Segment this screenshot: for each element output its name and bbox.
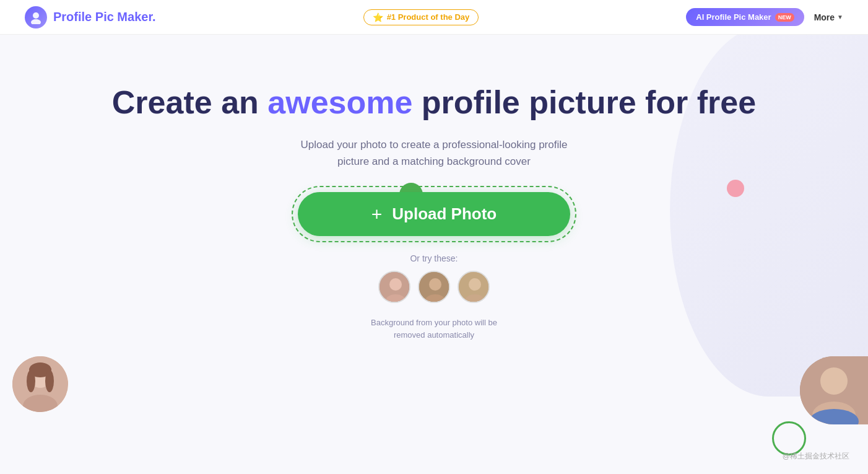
svg-point-6 — [429, 278, 441, 291]
main-content: Create an awesome profile picture for fr… — [0, 35, 868, 341]
sample-avatar-2[interactable] — [418, 271, 450, 303]
svg-point-15 — [27, 370, 35, 392]
svg-point-3 — [389, 278, 402, 291]
upload-photo-button[interactable]: + Upload Photo — [298, 192, 570, 236]
svg-point-0 — [33, 12, 39, 19]
plus-icon: + — [371, 205, 383, 224]
more-label: More — [814, 12, 835, 22]
sample-avatar-3[interactable] — [458, 271, 490, 303]
hero-subtitle: Upload your photo to create a profession… — [285, 136, 583, 170]
chevron-down-icon: ▼ — [837, 14, 843, 20]
headline-highlight: awesome — [267, 84, 412, 120]
green-circle-decoration — [772, 421, 806, 455]
bg-removal-note: Background from your photo will be remov… — [366, 317, 502, 341]
headline-after: profile picture for free — [412, 84, 756, 120]
product-badge: ⭐ #1 Product of the Day — [363, 9, 479, 25]
logo-text: Profile Pic Maker. — [53, 10, 156, 24]
try-these-section: Or try these: — [366, 253, 502, 341]
headline-before: Create an — [112, 84, 267, 120]
new-badge: new — [775, 13, 794, 22]
ai-profile-button[interactable]: AI Profile Pic Maker new — [686, 8, 804, 26]
more-menu-button[interactable]: More ▼ — [814, 12, 843, 22]
upload-photo-label: Upload Photo — [392, 204, 497, 224]
upload-wrapper: + Upload Photo — [298, 192, 570, 236]
navbar: Profile Pic Maker. ⭐ #1 Product of the D… — [0, 0, 868, 35]
logo-area: Profile Pic Maker. — [25, 6, 156, 29]
sample-avatar-1[interactable] — [378, 271, 410, 303]
svg-point-18 — [820, 367, 848, 395]
side-avatar-left — [12, 356, 68, 412]
try-label: Or try these: — [410, 253, 458, 263]
star-icon: ⭐ — [373, 12, 383, 22]
navbar-center: ⭐ #1 Product of the Day — [156, 9, 687, 25]
svg-point-16 — [45, 370, 54, 392]
hero-headline: Create an awesome profile picture for fr… — [112, 84, 756, 121]
side-avatar-right — [800, 356, 868, 424]
product-badge-text: #1 Product of the Day — [387, 12, 470, 22]
svg-point-1 — [31, 19, 41, 24]
watermark: @稀土掘金技术社区 — [783, 451, 849, 462]
ai-button-label: AI Profile Pic Maker — [696, 12, 771, 22]
sample-avatars — [378, 271, 490, 303]
logo-icon — [25, 6, 47, 29]
svg-point-9 — [469, 278, 481, 291]
navbar-right: AI Profile Pic Maker new More ▼ — [686, 8, 843, 26]
